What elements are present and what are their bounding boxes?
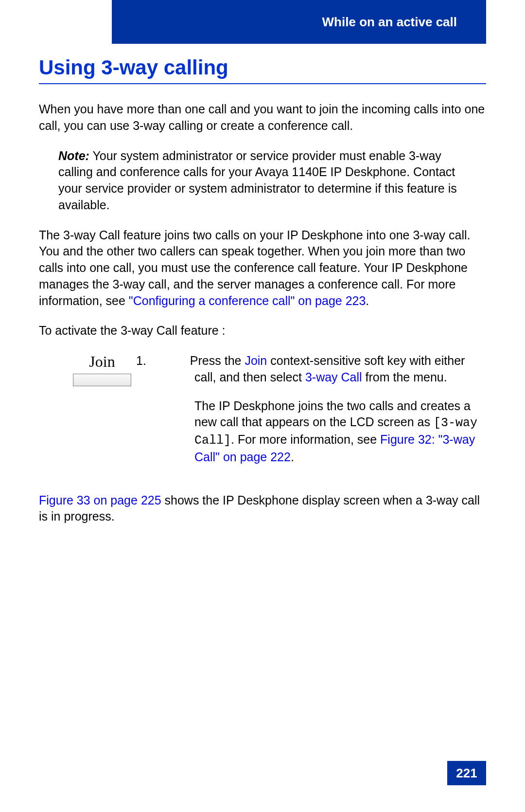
step-1: 1. Press the Join context-sensitive soft… xyxy=(165,353,486,386)
softkey-illustration: Join xyxy=(39,353,165,478)
closing-paragraph: Figure 33 on page 225 shows the IP Deskp… xyxy=(39,492,486,525)
chapter-title: While on an active call xyxy=(322,15,457,30)
step1-post1: from the menu. xyxy=(362,370,447,384)
step1-pre: Press the xyxy=(190,354,245,367)
note-label: Note: xyxy=(58,149,89,162)
link-figure-33[interactable]: Figure 33 on page 225 xyxy=(39,493,161,507)
page-number: 221 xyxy=(447,761,486,785)
softkey-button-icon xyxy=(73,374,131,386)
step1b-pre: The IP Deskphone joins the two calls and… xyxy=(194,399,471,429)
section-title: Using 3-way calling xyxy=(39,56,486,79)
softkey-label: Join xyxy=(39,353,165,371)
para2-post: . xyxy=(366,294,369,307)
note-block: Note: Your system administrator or servi… xyxy=(58,148,476,214)
page-content: Using 3-way calling When you have more t… xyxy=(39,56,486,539)
activate-instruction: To activate the 3-way Call feature : xyxy=(39,323,486,339)
step-number: 1. xyxy=(165,353,180,369)
link-join[interactable]: Join xyxy=(245,354,267,367)
link-conference-call[interactable]: "Configuring a conference call" on page … xyxy=(129,294,366,307)
title-underline xyxy=(39,83,486,84)
step-text: 1. Press the Join context-sensitive soft… xyxy=(165,353,486,478)
link-3way-call[interactable]: 3-way Call xyxy=(305,370,362,384)
step-1-continued: The IP Deskphone joins the two calls and… xyxy=(165,398,486,466)
header-banner: While on an active call xyxy=(112,0,486,44)
feature-description: The 3-way Call feature joins two calls o… xyxy=(39,227,486,309)
step1b-mid: . For more information, see xyxy=(231,433,380,446)
note-text: Your system administrator or service pro… xyxy=(58,149,457,212)
page-number-value: 221 xyxy=(456,766,477,781)
step1b-post: . xyxy=(291,450,294,464)
intro-paragraph: When you have more than one call and you… xyxy=(39,101,486,134)
step-row: Join 1. Press the Join context-sensitive… xyxy=(39,353,486,478)
